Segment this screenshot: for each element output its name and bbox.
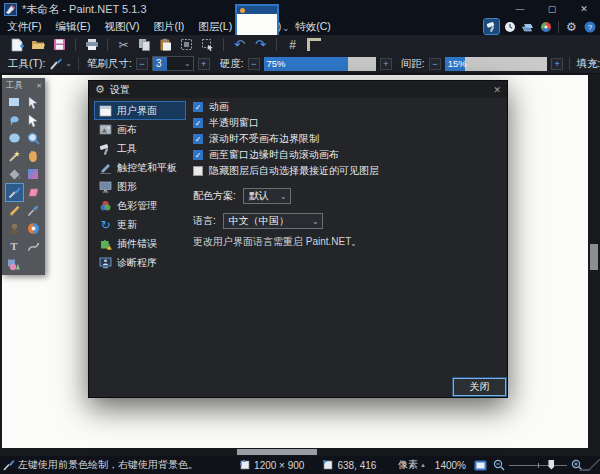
- checkbox-checked-icon[interactable]: ✓: [193, 134, 203, 144]
- tool-text[interactable]: T: [6, 238, 23, 255]
- menu-image[interactable]: 图片(I): [146, 18, 191, 36]
- settings-section-diagnostics[interactable]: 诊断程序: [94, 253, 186, 272]
- minimize-button[interactable]: —: [504, 0, 536, 18]
- horizontal-scrollbar-thumb[interactable]: [237, 449, 317, 455]
- settings-section-ui[interactable]: 用户界面: [94, 101, 186, 120]
- checkbox-checked-icon[interactable]: ✓: [193, 118, 203, 128]
- checkbox-checked-icon[interactable]: ✓: [193, 150, 203, 160]
- zoom-slider-thumb[interactable]: [548, 460, 554, 470]
- active-tool-dropdown[interactable]: ⌄: [49, 57, 72, 71]
- menu-edit[interactable]: 编辑(E): [48, 18, 97, 36]
- settings-section-canvas[interactable]: 画布: [94, 120, 186, 139]
- settings-section-tools[interactable]: 工具: [94, 139, 186, 158]
- history-window-toggle[interactable]: [502, 19, 517, 34]
- zoom-out-button[interactable]: [493, 459, 505, 471]
- menu-file[interactable]: 文件(F): [0, 18, 48, 36]
- crop-to-selection-button[interactable]: [179, 37, 194, 52]
- zoom-to-window-button[interactable]: [474, 460, 487, 471]
- tool-recolor[interactable]: [25, 220, 42, 237]
- layers-window-toggle[interactable]: [520, 19, 535, 34]
- menu-view[interactable]: 视图(V): [97, 18, 146, 36]
- vertical-scrollbar-thumb[interactable]: [590, 244, 598, 270]
- redo-button[interactable]: ↷: [253, 37, 268, 52]
- print-button[interactable]: [84, 37, 99, 52]
- pixel-grid-toggle[interactable]: #: [285, 37, 300, 52]
- menu-layers[interactable]: 图层(L): [191, 18, 239, 36]
- image-tab-header: [237, 6, 277, 14]
- brush-size-decrement-button[interactable]: −: [136, 58, 148, 70]
- paste-button[interactable]: [158, 37, 173, 52]
- brush-size-combobox[interactable]: 3 ⌄: [152, 56, 194, 71]
- settings-section-label: 画布: [117, 123, 137, 137]
- image-list-chevron-icon[interactable]: ⌄: [282, 23, 290, 33]
- settings-section-plugin-errors[interactable]: 插件错误: [94, 234, 186, 253]
- tool-move-selection[interactable]: [25, 112, 42, 129]
- brush-size-increment-button[interactable]: +: [198, 58, 210, 70]
- tools-palette-header[interactable]: 工具 ✕: [2, 78, 45, 92]
- unit-selector[interactable]: 像素 ▴: [398, 458, 425, 472]
- spacing-increment-button[interactable]: +: [551, 58, 563, 70]
- rulers-toggle[interactable]: [306, 37, 321, 52]
- tool-rectangle-select[interactable]: [6, 94, 23, 111]
- checkbox-row-animations[interactable]: ✓ 动画: [193, 99, 493, 115]
- tool-paint-bucket[interactable]: [6, 166, 23, 183]
- horizontal-scrollbar[interactable]: [0, 448, 588, 456]
- tool-eraser[interactable]: [25, 184, 42, 201]
- tool-magic-wand[interactable]: [6, 148, 23, 165]
- deselect-button[interactable]: [200, 37, 215, 52]
- tool-zoom[interactable]: [25, 130, 42, 147]
- hardness-decrement-button[interactable]: −: [248, 58, 260, 70]
- colors-window-toggle[interactable]: [538, 19, 553, 34]
- tools-palette-close-icon[interactable]: ✕: [36, 82, 42, 90]
- settings-dialog-titlebar[interactable]: ⚙ 设置 ✕: [89, 81, 507, 98]
- toolbar-overflow-chevron-icon[interactable]: ▾: [591, 58, 596, 68]
- tool-clone-stamp[interactable]: [6, 220, 23, 237]
- tool-pencil[interactable]: [6, 202, 23, 219]
- tool-move-selected-pixels[interactable]: [25, 94, 42, 111]
- checkbox-row-auto-select-layer[interactable]: 隐藏图层后自动选择最接近的可见图层: [193, 163, 493, 179]
- hardness-increment-button[interactable]: +: [380, 58, 392, 70]
- spacing-value: 15%: [448, 58, 467, 69]
- open-file-button[interactable]: [31, 37, 46, 52]
- copy-button[interactable]: [137, 37, 152, 52]
- cut-button[interactable]: ✂: [116, 37, 131, 52]
- pencil-icon: [8, 204, 21, 217]
- checkbox-unchecked-icon[interactable]: [193, 166, 203, 176]
- tool-shapes[interactable]: [6, 256, 23, 273]
- settings-section-graphics[interactable]: 图形: [94, 177, 186, 196]
- spacing-slider[interactable]: 15%: [445, 57, 547, 71]
- color-wheel-icon: [540, 21, 552, 33]
- tools-window-toggle[interactable]: [484, 19, 499, 34]
- color-scheme-dropdown[interactable]: 默认 ⌄: [243, 188, 291, 204]
- save-button[interactable]: [52, 37, 67, 52]
- undo-button[interactable]: ↶: [232, 37, 247, 52]
- checkbox-row-translucent-windows[interactable]: ✓ 半透明窗口: [193, 115, 493, 131]
- settings-section-color-management[interactable]: 色彩管理: [94, 196, 186, 215]
- tool-gradient[interactable]: [25, 166, 42, 183]
- close-button[interactable]: ✕: [568, 0, 600, 18]
- settings-button[interactable]: ⚙: [564, 19, 579, 34]
- tool-paintbrush[interactable]: [6, 184, 23, 201]
- tool-line-curve[interactable]: [25, 238, 42, 255]
- brush-size-value: 3: [153, 57, 168, 71]
- settings-section-updates[interactable]: ↻ 更新: [94, 215, 186, 234]
- checkbox-checked-icon[interactable]: ✓: [193, 102, 203, 112]
- tool-pan[interactable]: [25, 148, 42, 165]
- tool-ellipse-select[interactable]: [6, 130, 23, 147]
- tool-color-picker[interactable]: [25, 202, 42, 219]
- checkbox-row-autoscroll[interactable]: ✓ 画至窗口边缘时自动滚动画布: [193, 147, 493, 163]
- maximize-button[interactable]: ▢: [536, 0, 568, 18]
- settings-dialog-close-icon[interactable]: ✕: [493, 85, 501, 95]
- tool-lasso-select[interactable]: [6, 112, 23, 129]
- zoom-slider[interactable]: [509, 465, 567, 466]
- language-dropdown[interactable]: 中文（中国） ⌄: [223, 213, 323, 229]
- spacing-decrement-button[interactable]: −: [429, 58, 441, 70]
- vertical-scrollbar[interactable]: [588, 74, 600, 456]
- help-button[interactable]: ?: [582, 19, 597, 34]
- checkbox-row-overscroll[interactable]: ✓ 滚动时不受画布边界限制: [193, 131, 493, 147]
- menu-effects[interactable]: 特效(C): [288, 18, 338, 36]
- new-file-button[interactable]: [10, 37, 25, 52]
- dialog-close-button[interactable]: 关闭: [453, 378, 506, 396]
- hardness-slider[interactable]: 75%: [264, 57, 376, 71]
- settings-section-pen-tablet[interactable]: 触控笔和平板: [94, 158, 186, 177]
